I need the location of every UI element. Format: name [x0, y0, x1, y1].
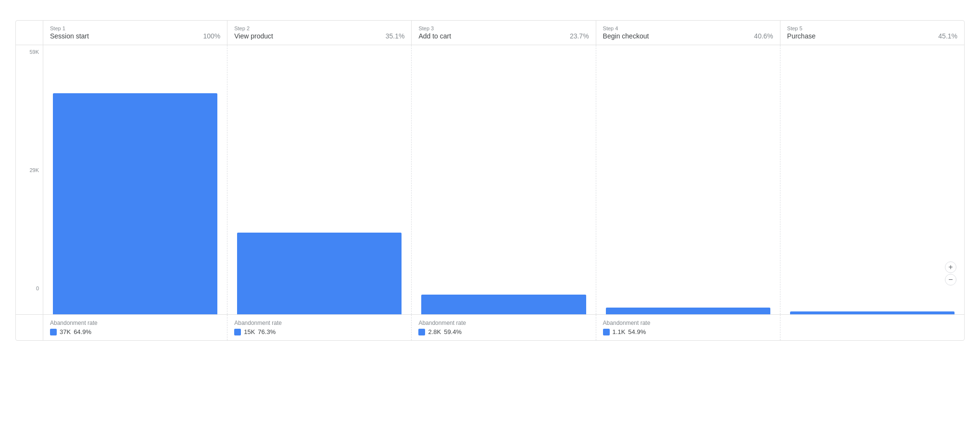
y-axis-header-spacer	[16, 21, 43, 45]
step-header-3: Step 3 Add to cart 23.7%	[411, 21, 595, 45]
bars-area	[43, 45, 964, 314]
chart-area: Step 1 Session start 100% Step 2 View pr…	[15, 20, 965, 341]
y-label-2: 0	[20, 285, 39, 291]
abandon-value-row-2: 15K 76.3%	[234, 328, 404, 335]
abandon-cell-2: Abandonment rate 15K 76.3%	[227, 315, 411, 340]
abandon-count-1: 37K	[60, 328, 71, 335]
abandon-label-1: Abandonment rate	[50, 320, 220, 326]
step-pct-4: 40.6%	[754, 32, 773, 40]
step-label-4: Step 4	[603, 25, 773, 31]
abandon-pct-1: 64.9%	[74, 328, 91, 335]
y-axis: 59K29K0	[16, 45, 43, 314]
abandon-swatch-4	[603, 329, 610, 335]
step-name-row-1: Session start 100%	[50, 32, 220, 40]
abandon-count-4: 1.1K	[613, 328, 626, 335]
abandon-cell-3: Abandonment rate 2.8K 59.4%	[411, 315, 595, 340]
abandon-value-row-4: 1.1K 54.9%	[603, 328, 773, 335]
step-pct-5: 45.1%	[938, 32, 957, 40]
bar-wrapper-5	[790, 93, 955, 314]
step-name-row-5: Purchase 45.1%	[787, 32, 957, 40]
bar-column-4	[596, 45, 780, 314]
abandon-swatch-2	[234, 329, 241, 335]
abandon-label-2: Abandonment rate	[234, 320, 404, 326]
step-pct-2: 35.1%	[386, 32, 405, 40]
step-label-1: Step 1	[50, 25, 220, 31]
step-name-row-3: Add to cart 23.7%	[418, 32, 589, 40]
bar-3	[421, 295, 586, 314]
abandon-pct-4: 54.9%	[628, 328, 646, 335]
step-pct-3: 23.7%	[570, 32, 589, 40]
bar-column-5	[780, 45, 964, 314]
bar-spacer-2	[237, 49, 402, 93]
step-header-5: Step 5 Purchase 45.1%	[780, 21, 964, 45]
step-header-4: Step 4 Begin checkout 40.6%	[596, 21, 780, 45]
bar-spacer-4	[606, 49, 770, 93]
abandon-pct-2: 76.3%	[258, 328, 276, 335]
bar-wrapper-3	[421, 93, 586, 314]
step-name-row-4: Begin checkout 40.6%	[603, 32, 773, 40]
step-pct-1: 100%	[203, 32, 220, 40]
step-name-row-2: View product 35.1%	[234, 32, 404, 40]
step-header-1: Step 1 Session start 100%	[43, 21, 227, 45]
zoom-in-button[interactable]: +	[945, 261, 956, 273]
abandon-label-4: Abandonment rate	[603, 320, 773, 326]
bar-column-3	[411, 45, 595, 314]
abandonment-row: Abandonment rate 37K 64.9% Abandonment r…	[16, 314, 964, 340]
bar-2	[237, 233, 402, 314]
bar-wrapper-2	[237, 93, 402, 314]
abandon-cell-4: Abandonment rate 1.1K 54.9%	[596, 315, 780, 340]
chart-body: 59K29K0 + −	[16, 45, 964, 314]
bar-spacer-5	[790, 49, 955, 93]
abandon-cell-1: Abandonment rate 37K 64.9%	[43, 315, 227, 340]
abandon-swatch-3	[418, 329, 425, 335]
step-name-5: Purchase	[787, 32, 816, 40]
step-label-3: Step 3	[418, 25, 589, 31]
bar-wrapper-1	[53, 93, 217, 314]
bar-spacer-3	[421, 49, 586, 93]
bar-column-2	[227, 45, 411, 314]
abandon-label-3: Abandonment rate	[418, 320, 589, 326]
bar-wrapper-4	[606, 93, 770, 314]
bar-4	[606, 308, 770, 314]
steps-header: Step 1 Session start 100% Step 2 View pr…	[16, 21, 964, 45]
zoom-controls: + −	[945, 261, 956, 285]
abandon-value-row-3: 2.8K 59.4%	[418, 328, 589, 335]
step-label-2: Step 2	[234, 25, 404, 31]
abandon-pct-3: 59.4%	[444, 328, 462, 335]
bar-5	[790, 311, 955, 314]
bar-spacer-1	[53, 49, 217, 93]
abandon-count-3: 2.8K	[428, 328, 441, 335]
abandon-swatch-1	[50, 329, 57, 335]
abandon-spacer	[16, 315, 43, 340]
step-name-1: Session start	[50, 32, 89, 40]
step-name-3: Add to cart	[418, 32, 451, 40]
y-label-1: 29K	[20, 167, 39, 173]
abandon-cell-5	[780, 315, 964, 340]
main-container: Step 1 Session start 100% Step 2 View pr…	[0, 0, 980, 446]
bar-column-1	[43, 45, 227, 314]
step-label-5: Step 5	[787, 25, 957, 31]
bar-1	[53, 93, 217, 314]
y-label-0: 59K	[20, 49, 39, 55]
step-name-4: Begin checkout	[603, 32, 649, 40]
abandon-count-2: 15K	[244, 328, 255, 335]
zoom-out-button[interactable]: −	[945, 274, 956, 285]
step-header-2: Step 2 View product 35.1%	[227, 21, 411, 45]
step-name-2: View product	[234, 32, 273, 40]
abandon-value-row-1: 37K 64.9%	[50, 328, 220, 335]
